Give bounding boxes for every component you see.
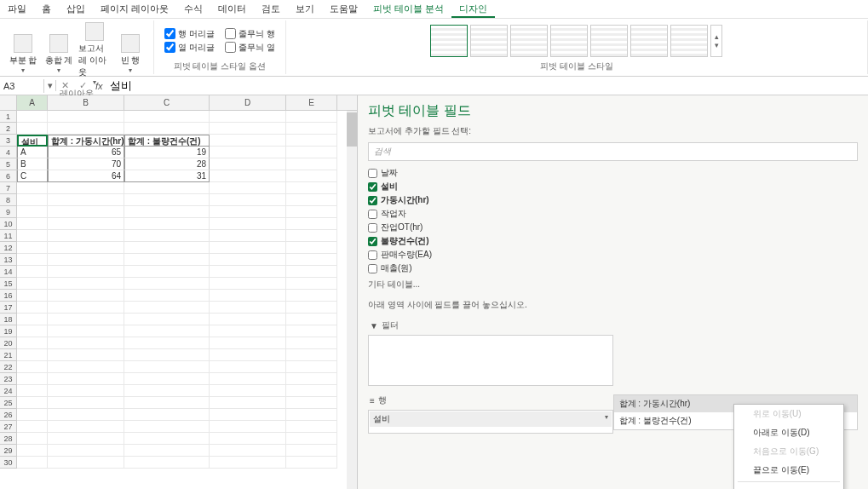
field-search-input[interactable]: 검색 — [368, 142, 858, 161]
pivot-value-header[interactable]: 합계 : 불량건수(건) — [124, 135, 210, 147]
row-header[interactable]: 19 — [0, 325, 17, 337]
row-header[interactable]: 16 — [0, 290, 17, 302]
field-checkbox[interactable] — [368, 237, 377, 246]
style-swatch[interactable] — [590, 25, 628, 57]
row-header[interactable]: 20 — [0, 337, 17, 349]
tab-formula[interactable]: 수식 — [176, 0, 210, 18]
row-header[interactable]: 23 — [0, 373, 17, 385]
name-box-dropdown[interactable]: ▾ — [44, 80, 56, 91]
tab-design[interactable]: 디자인 — [451, 0, 495, 18]
style-gallery-more[interactable]: ▴▾ — [710, 25, 722, 57]
pivot-cell[interactable]: 31 — [124, 170, 210, 182]
field-checkbox[interactable] — [368, 250, 377, 260]
tab-pivot-analyze[interactable]: 피벗 테이블 분석 — [365, 0, 451, 18]
field-checkbox[interactable] — [368, 169, 377, 178]
style-swatch[interactable] — [630, 25, 668, 57]
select-all-corner[interactable] — [0, 95, 17, 110]
style-swatch[interactable] — [430, 25, 468, 57]
col-header-B[interactable]: B — [48, 95, 124, 110]
row-header[interactable]: 14 — [0, 266, 17, 278]
row-header[interactable]: 28 — [0, 433, 17, 445]
formula-input[interactable] — [106, 78, 868, 94]
field-item[interactable]: 날짜 — [368, 166, 858, 180]
field-checkbox[interactable] — [368, 182, 377, 192]
pivot-cell[interactable]: 70 — [48, 158, 124, 170]
check-banded-cols[interactable]: 줄무늬 열 — [225, 42, 275, 54]
name-box[interactable]: A3 — [0, 79, 44, 93]
row-header[interactable]: 25 — [0, 397, 17, 409]
row-header[interactable]: 24 — [0, 385, 17, 397]
pivot-cell[interactable]: 65 — [48, 147, 124, 158]
field-item[interactable]: 판매수량(EA) — [368, 248, 858, 262]
row-header[interactable]: 17 — [0, 302, 17, 314]
tab-view[interactable]: 보기 — [288, 0, 322, 18]
row-header[interactable]: 13 — [0, 254, 17, 266]
field-item[interactable]: 불량건수(건) — [368, 234, 858, 248]
col-header-E[interactable]: E — [286, 95, 337, 110]
area-filters-drop[interactable] — [368, 335, 613, 386]
pivot-cell[interactable]: 28 — [124, 158, 210, 170]
field-checkbox[interactable] — [368, 210, 377, 219]
menu-item[interactable]: ▼보고서 필터로 이동 — [734, 484, 843, 489]
row-header[interactable]: 30 — [0, 457, 17, 469]
spreadsheet-grid[interactable]: A B C D E 1 2 3 설비▾ 합계 : 가동시간(hr) 합계 : 불… — [0, 95, 358, 489]
row-header[interactable]: 10 — [0, 218, 17, 230]
other-tables-link[interactable]: 기타 테이블... — [368, 279, 858, 291]
style-swatch[interactable] — [510, 25, 548, 57]
accept-fx-icon[interactable]: ✓ — [74, 80, 92, 91]
row-header[interactable]: 5 — [0, 158, 17, 170]
style-swatch[interactable] — [550, 25, 588, 57]
fx-icon[interactable]: fx — [92, 81, 106, 91]
field-item[interactable]: 가동시간(hr) — [368, 193, 858, 207]
menu-item[interactable]: 끝으로 이동(E) — [734, 461, 843, 480]
row-field-chip[interactable]: 설비▾ — [370, 411, 612, 427]
pivot-cell[interactable]: B — [17, 158, 48, 170]
row-header[interactable]: 21 — [0, 349, 17, 361]
style-swatch[interactable] — [670, 25, 708, 57]
field-item[interactable]: 매출(원) — [368, 262, 858, 275]
row-header[interactable]: 3 — [0, 135, 17, 147]
field-checkbox[interactable] — [368, 264, 377, 273]
row-header[interactable]: 12 — [0, 242, 17, 254]
col-header-D[interactable]: D — [210, 95, 286, 110]
pivot-value-header[interactable]: 합계 : 가동시간(hr) — [48, 135, 124, 147]
pivot-cell[interactable]: C — [17, 170, 48, 182]
tab-insert[interactable]: 삽입 — [59, 0, 93, 18]
row-header[interactable]: 18 — [0, 314, 17, 325]
tab-home[interactable]: 홈 — [34, 0, 59, 18]
pivot-cell[interactable]: A — [17, 147, 48, 158]
row-header[interactable]: 7 — [0, 182, 17, 194]
row-header[interactable]: 2 — [0, 123, 17, 135]
field-item[interactable]: 설비 — [368, 180, 858, 193]
tab-review[interactable]: 검토 — [254, 0, 288, 18]
row-header[interactable]: 9 — [0, 206, 17, 218]
field-checkbox[interactable] — [368, 196, 377, 205]
grandtotal-button[interactable]: 총합 계▾ — [43, 34, 75, 74]
tab-file[interactable]: 파일 — [0, 0, 34, 18]
pivot-cell[interactable]: 64 — [48, 170, 124, 182]
menu-item[interactable]: 아래로 이동(D) — [734, 423, 843, 442]
cancel-fx-icon[interactable]: ✕ — [56, 80, 74, 91]
row-header[interactable]: 8 — [0, 194, 17, 206]
check-banded-rows[interactable]: 줄무늬 행 — [225, 28, 275, 40]
field-checkbox[interactable] — [368, 223, 377, 233]
row-header[interactable]: 1 — [0, 111, 17, 123]
check-col-headers[interactable]: 열 머리글 — [164, 42, 215, 54]
row-header[interactable]: 15 — [0, 278, 17, 290]
scrollbar-thumb[interactable] — [347, 112, 357, 147]
row-header[interactable]: 27 — [0, 421, 17, 433]
area-rows-drop[interactable]: 설비▾ — [368, 410, 613, 434]
tab-data[interactable]: 데이터 — [210, 0, 254, 18]
row-header[interactable]: 6 — [0, 170, 17, 182]
vertical-scrollbar[interactable] — [347, 111, 357, 489]
col-header-C[interactable]: C — [124, 95, 210, 110]
row-header[interactable]: 29 — [0, 445, 17, 457]
tab-layout[interactable]: 페이지 레이아웃 — [93, 0, 176, 18]
row-header[interactable]: 4 — [0, 147, 17, 158]
pivot-row-field-header[interactable]: 설비▾ — [17, 135, 48, 147]
row-header[interactable]: 26 — [0, 409, 17, 421]
style-swatch[interactable] — [470, 25, 508, 57]
pivot-cell[interactable]: 19 — [124, 147, 210, 158]
col-header-A[interactable]: A — [17, 95, 48, 110]
row-header[interactable]: 11 — [0, 230, 17, 242]
